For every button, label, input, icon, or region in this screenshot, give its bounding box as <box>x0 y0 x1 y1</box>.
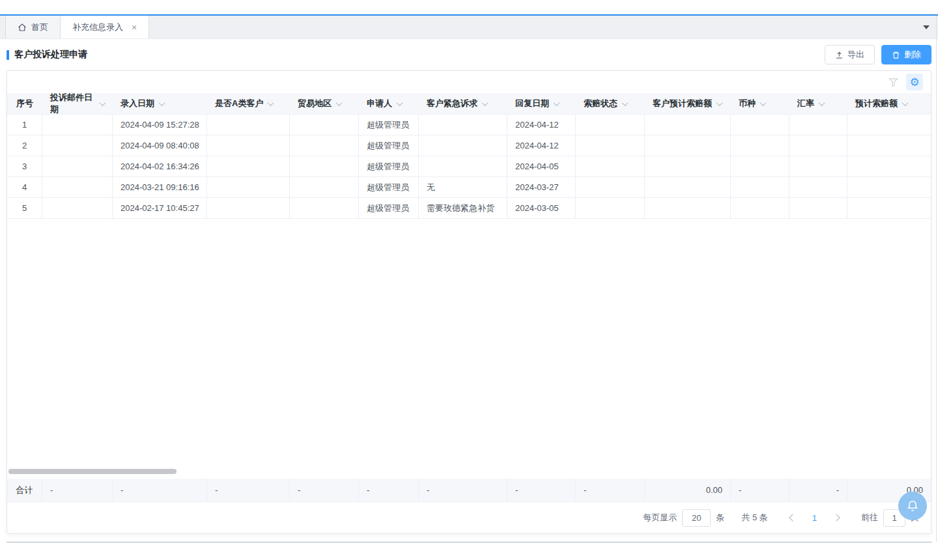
table-cell <box>42 135 113 156</box>
table-cell: 2024-03-21 09:16:16 <box>113 177 207 197</box>
summary-cell: 0.00 <box>645 479 731 501</box>
column-header-label: 录入日期 <box>121 98 154 109</box>
column-header-11[interactable]: 汇率 <box>789 93 847 114</box>
sort-caret-icon[interactable] <box>554 100 560 106</box>
title-left: 客户投诉处理申请 <box>7 49 87 61</box>
table-cell <box>731 177 789 197</box>
filter-icon[interactable] <box>888 77 898 87</box>
total-count: 共 5 条 <box>741 512 767 524</box>
sort-caret-icon[interactable] <box>622 100 629 106</box>
notification-bell-button[interactable] <box>898 492 927 520</box>
column-header-label: 客户预计索赔额 <box>653 98 712 109</box>
table-cell <box>789 156 847 176</box>
table-cell <box>290 198 359 218</box>
sort-caret-icon[interactable] <box>159 100 165 106</box>
table-cell <box>847 198 931 218</box>
table-cell: 超级管理员 <box>359 156 419 176</box>
summary-cell: - <box>113 479 207 501</box>
column-header-7[interactable]: 回复日期 <box>507 93 576 114</box>
sort-caret-icon[interactable] <box>482 100 489 106</box>
sort-caret-icon[interactable] <box>819 100 825 106</box>
title-row: 客户投诉处理申请 导出 删除 <box>7 39 931 70</box>
title-accent-bar <box>7 50 9 60</box>
table-row[interactable]: 22024-04-09 08:40:08超级管理员2024-04-12 <box>7 135 931 156</box>
table-row[interactable]: 42024-03-21 09:16:16超级管理员无2024-03-27 <box>7 177 931 198</box>
table-cell <box>207 135 290 156</box>
summary-row: 合计--------0.00--0.00 <box>7 479 931 502</box>
column-header-10[interactable]: 币种 <box>731 93 789 114</box>
table-cell <box>789 115 847 135</box>
sort-caret-icon[interactable] <box>760 100 767 106</box>
table-cell: 超级管理员 <box>359 177 419 197</box>
per-page-label: 每页显示 <box>643 512 677 524</box>
prev-page-icon[interactable] <box>789 514 796 521</box>
table-cell <box>576 135 645 156</box>
table-cell: 2024-04-09 15:27:28 <box>113 115 207 135</box>
tab-list-dropdown-icon[interactable] <box>923 25 930 29</box>
summary-cell: - <box>419 479 507 501</box>
column-header-label: 回复日期 <box>515 98 549 109</box>
pagination: 每页显示 条 共 5 条 1 前往 页 <box>7 502 931 533</box>
table-cell <box>645 156 731 176</box>
sort-caret-icon[interactable] <box>397 100 403 106</box>
sort-caret-icon[interactable] <box>268 100 274 106</box>
summary-cell: - <box>576 479 645 501</box>
tab-supplementary-info[interactable]: 补充信息录入 × <box>61 16 149 38</box>
column-header-3[interactable]: 是否A类客户 <box>207 93 290 114</box>
table-row[interactable]: 52024-02-17 10:45:27超级管理员需要玫德紧急补货2024-03… <box>7 198 931 219</box>
window-right-edge <box>936 16 937 542</box>
table-cell <box>789 177 847 197</box>
column-header-8[interactable]: 索赔状态 <box>576 93 645 114</box>
table-cell <box>42 177 113 197</box>
table-cell <box>645 115 731 135</box>
table-cell <box>290 156 359 176</box>
summary-cell: - <box>731 479 789 501</box>
page-number-current[interactable]: 1 <box>806 513 823 523</box>
table-cell <box>419 156 507 176</box>
next-page-icon[interactable] <box>832 514 840 521</box>
table-cell: 2024-04-09 08:40:08 <box>113 135 207 156</box>
column-header-label: 是否A类客户 <box>215 98 263 109</box>
table-cell <box>207 156 290 176</box>
column-header-9[interactable]: 客户预计索赔额 <box>645 93 731 114</box>
column-header-4[interactable]: 贸易地区 <box>290 93 359 114</box>
table-cell <box>731 135 789 156</box>
column-settings-button[interactable]: ⚙ <box>906 74 923 91</box>
summary-cell: - <box>789 479 847 501</box>
column-header-label: 索赔状态 <box>584 98 618 109</box>
column-header-12[interactable]: 预计索赔额 <box>847 93 931 114</box>
per-page-unit: 条 <box>716 512 724 524</box>
per-page-input[interactable] <box>682 509 711 527</box>
table-cell <box>847 177 931 197</box>
sort-caret-icon[interactable] <box>902 100 909 106</box>
table-cell: 5 <box>7 198 42 218</box>
table-cell: 1 <box>7 115 42 135</box>
export-button-label: 导出 <box>847 49 864 61</box>
table-row[interactable]: 32024-04-02 16:34:26超级管理员2024-04-05 <box>7 156 931 177</box>
sort-caret-icon[interactable] <box>100 100 106 106</box>
close-icon[interactable]: × <box>132 23 137 32</box>
column-header-5[interactable]: 申请人 <box>359 93 419 114</box>
table-cell <box>290 177 359 197</box>
table-row[interactable]: 12024-04-09 15:27:28超级管理员2024-04-12 <box>7 115 931 135</box>
table-cell <box>731 115 789 135</box>
export-button[interactable]: 导出 <box>825 45 875 64</box>
table-cell <box>419 135 507 156</box>
table-cell <box>645 135 731 156</box>
delete-button[interactable]: 删除 <box>881 45 931 64</box>
column-header-label: 汇率 <box>797 98 814 109</box>
table-cell <box>645 198 731 218</box>
horizontal-scrollbar[interactable] <box>8 469 177 474</box>
table-cell: 超级管理员 <box>359 115 419 135</box>
column-header-1[interactable]: 投诉邮件日期 <box>42 93 113 114</box>
table-cell <box>576 156 645 176</box>
table-cell: 3 <box>7 156 42 176</box>
tab-home-label: 首页 <box>31 21 48 33</box>
column-header-2[interactable]: 录入日期 <box>113 93 207 114</box>
column-header-6[interactable]: 客户紧急诉求 <box>419 93 507 114</box>
summary-cell: - <box>290 479 359 501</box>
sort-caret-icon[interactable] <box>717 100 723 106</box>
tab-home[interactable]: 首页 <box>5 16 61 38</box>
sort-caret-icon[interactable] <box>336 100 343 106</box>
delete-button-label: 删除 <box>904 49 921 61</box>
